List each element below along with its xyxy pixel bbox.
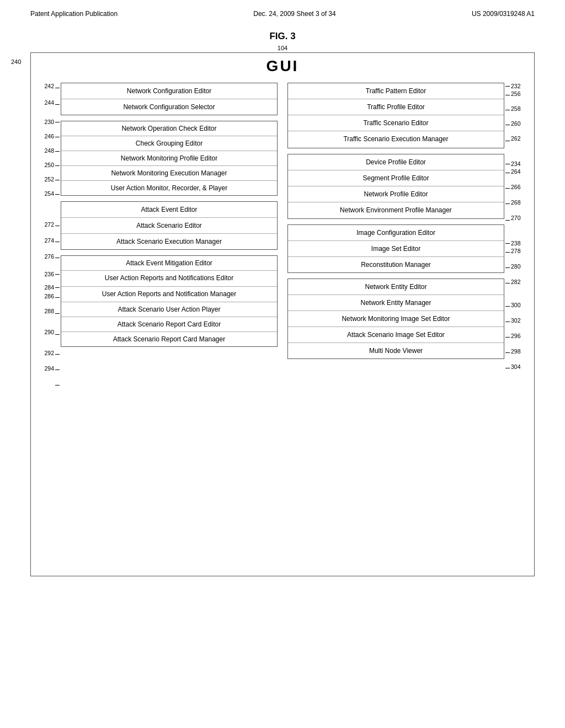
ref-238: 238 — [510, 240, 521, 247]
ref-298: 298 — [510, 348, 521, 355]
box-traffic-scenario: Traffic Scenario Editor — [288, 115, 504, 131]
ref-272: 272 — [44, 221, 55, 228]
box-user-action-monitor: User Action Monitor, Recorder, & Player — [61, 181, 277, 195]
ref-270: 270 — [510, 215, 521, 221]
ref-292: 292 — [44, 350, 55, 356]
ref-294b: - — [52, 381, 56, 387]
box-network-config-selector: Network Configuration Selector — [61, 99, 277, 115]
ref-264: 264 — [510, 168, 521, 175]
fig-label: FIG. 3 — [0, 31, 565, 42]
ref-258: 258 — [510, 105, 521, 112]
ref-278: 278 — [510, 248, 521, 254]
ref-236: 236 — [44, 271, 55, 277]
ref-246: 246 — [44, 133, 55, 140]
ref-286: 286 — [44, 293, 55, 299]
header-center: Dec. 24, 2009 Sheet 3 of 34 — [253, 10, 335, 18]
box-device-profile: Device Profile Editor — [288, 154, 504, 170]
box-image-set-editor: Image Set Editor — [288, 241, 504, 257]
box-attack-scenario-image-set: Attack Scenario Image Set Editor — [288, 327, 504, 343]
ref-234: 234 — [510, 160, 521, 167]
box-nw-monitoring-image-set: Network Monitoring Image Set Editor — [288, 311, 504, 327]
box-multi-node-viewer: Multi Node Viewer — [288, 343, 504, 358]
group-attack-mitigation: Attack Event Mitigation Editor User Acti… — [61, 255, 278, 347]
ref-280: 280 — [510, 263, 521, 270]
group-device-profile: Device Profile Editor Segment Profile Ed… — [287, 154, 504, 220]
box-user-action-reports-editor: User Action Reports and Notifications Ed… — [61, 271, 277, 287]
ref-302: 302 — [510, 317, 521, 324]
right-boxes: Traffic Pattern Editor Traffic Profile E… — [287, 83, 504, 359]
ref-288: 288 — [44, 308, 55, 314]
group-network-config: Network Configuration Editor Network Con… — [61, 83, 278, 115]
box-attack-event-editor: Attack Event Editor — [61, 202, 277, 218]
left-refs: 242 244 230 246 248 — [35, 83, 61, 396]
ref-282: 282 — [510, 279, 521, 285]
ref-268: 268 — [510, 199, 521, 206]
box-attack-event-mitigation: Attack Event Mitigation Editor — [61, 256, 277, 271]
ref-232: 232 — [510, 83, 521, 89]
box-check-grouping: Check Grouping Editor — [61, 136, 277, 151]
box-network-entity-manager: Network Entity Manager — [288, 295, 504, 311]
ref-254: 254 — [44, 190, 55, 197]
left-boxes: Network Configuration Editor Network Con… — [61, 83, 278, 347]
ref-256: 256 — [510, 90, 521, 97]
box-network-config-editor: Network Configuration Editor — [61, 83, 277, 99]
ref-240: 240 — [11, 58, 21, 65]
box-attack-scenario-user-action: Attack Scenario User Action Player — [61, 302, 277, 317]
box-network-profile: Network Profile Editor — [288, 186, 504, 202]
box-traffic-profile: Traffic Profile Editor — [288, 99, 504, 115]
ref-296: 296 — [510, 333, 521, 339]
ref-260: 260 — [510, 120, 521, 127]
box-attack-scenario-report-card-editor: Attack Scenario Report Card Editor — [61, 317, 277, 332]
box-network-entity-editor: Network Entity Editor — [288, 279, 504, 295]
ref-242: 242 — [44, 83, 55, 89]
ref-300: 300 — [510, 302, 521, 308]
box-attack-scenario-editor: Attack Scenario Editor — [61, 218, 277, 234]
group-network-entity: Network Entity Editor Network Entity Man… — [287, 279, 504, 359]
header-left: Patent Application Publication — [30, 10, 118, 18]
box-traffic-pattern: Traffic Pattern Editor — [288, 83, 504, 99]
ref-250: 250 — [44, 162, 55, 168]
ref-262: 262 — [510, 135, 521, 142]
ref-276: 276 — [44, 253, 55, 260]
group-traffic: Traffic Pattern Editor Traffic Profile E… — [287, 83, 504, 148]
ref-284: 284 — [44, 284, 55, 291]
gui-title: GUI — [35, 57, 530, 75]
group-network-operation: Network Operation Check Editor Check Gro… — [61, 121, 278, 196]
group-image-config: Image Configuration Editor Image Set Edi… — [287, 224, 504, 273]
box-reconstitution-manager: Reconstitution Manager — [288, 257, 504, 272]
box-nw-op-check-editor: Network Operation Check Editor — [61, 121, 277, 136]
diagram-container: GUI 240 242 244 230 — [30, 52, 535, 576]
box-traffic-scenario-exec: Traffic Scenario Execution Manager — [288, 131, 504, 148]
ref-252: 252 — [44, 176, 55, 183]
ref-304: 304 — [510, 363, 521, 370]
box-network-env-profile: Network Environment Profile Manager — [288, 202, 504, 219]
ref-230: 230 — [44, 119, 55, 125]
right-refs: 232 256 258 260 262 — [504, 83, 530, 379]
box-image-config-editor: Image Configuration Editor — [288, 225, 504, 241]
ref-266: 266 — [510, 184, 521, 190]
box-nw-monitoring-exec: Network Monitoring Execution Manager — [61, 166, 277, 181]
box-nw-monitoring-profile: Network Monitoring Profile Editor — [61, 151, 277, 166]
ref-290: 290 — [44, 329, 55, 335]
ref-248: 248 — [44, 147, 55, 154]
ref-294: 294 — [44, 365, 55, 372]
box-segment-profile: Segment Profile Editor — [288, 170, 504, 186]
ref-104: 104 — [278, 45, 287, 51]
box-user-action-reports-manager: User Action Reports and Notification Man… — [61, 287, 277, 303]
header-right: US 2009/0319248 A1 — [472, 10, 535, 18]
group-attack-event: Attack Event Editor Attack Scenario Edit… — [61, 201, 278, 250]
page-header: Patent Application Publication Dec. 24, … — [0, 0, 565, 21]
box-attack-scenario-report-card-manager: Attack Scenario Report Card Manager — [61, 332, 277, 346]
box-attack-scenario-exec: Attack Scenario Execution Manager — [61, 234, 277, 249]
ref-244: 244 — [44, 99, 55, 106]
ref-274: 274 — [44, 237, 55, 244]
